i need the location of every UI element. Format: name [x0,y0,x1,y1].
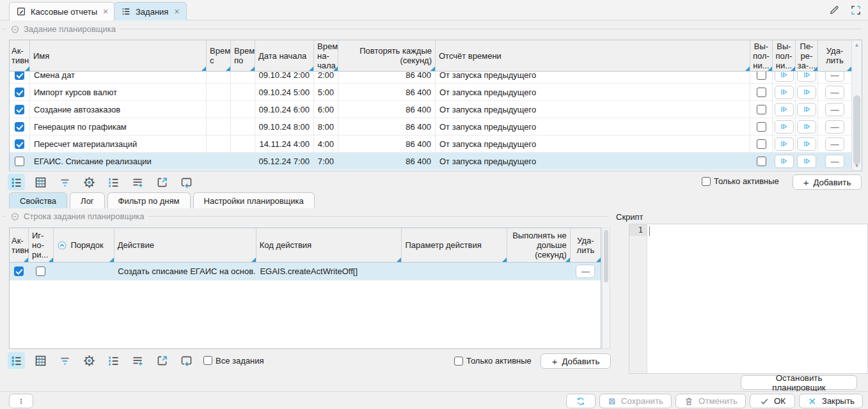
filter-button[interactable] [56,174,74,190]
add-task-line-button[interactable]: + Добавить [541,353,611,369]
tab-log[interactable]: Лог [70,192,105,208]
numbered-list-button[interactable] [105,352,122,369]
run-button[interactable] [775,86,794,99]
tab-scheduler-settings[interactable]: Настройки планировщика [193,192,315,208]
active-checkbox[interactable] [15,157,24,166]
only-active-toggle[interactable]: Только активные [454,356,532,366]
menu-button[interactable] [9,394,33,408]
done-checkbox[interactable] [757,122,766,132]
stop-scheduler-button[interactable]: Остановить планировщик [741,375,857,390]
table-row[interactable]: Генерация по графикам 09.10.24 8:00 8:00… [10,118,851,135]
rerun-button[interactable] [797,72,816,82]
active-checkbox[interactable] [15,88,24,97]
list-view-button[interactable] [8,352,25,369]
code-area[interactable] [647,224,867,373]
rerun-button[interactable] [797,86,816,99]
delete-row-button[interactable]: — [576,265,595,278]
close-tab-icon[interactable]: × [103,6,108,17]
done-checkbox[interactable] [757,105,766,114]
filter-button[interactable] [56,352,74,369]
grid-view-button[interactable] [32,352,49,369]
scroll-down-icon[interactable]: ▼ [852,163,862,169]
rerun-button[interactable] [797,103,816,116]
numbered-list-button[interactable] [105,174,122,190]
collapse-icon[interactable] [10,212,20,221]
col-active[interactable]: Ак- тивн [10,228,29,262]
list-view-button[interactable] [8,174,25,190]
tab-cash-reports[interactable]: Кассовые отчеты × [9,2,115,20]
only-active-toggle[interactable]: Только активные [702,176,779,186]
col-delete[interactable]: Уда- лить [571,228,601,262]
refresh-button[interactable] [566,394,596,408]
active-checkbox[interactable] [14,266,24,276]
col-origin[interactable]: Отсчёт времени [436,40,750,71]
only-active-checkbox[interactable] [702,177,711,186]
scrollbar-thumb[interactable] [853,95,860,164]
run-button[interactable] [775,137,794,151]
table-row[interactable]: Импорт курсов валют 09.10.24 5:00 5:00 8… [10,84,851,101]
delete-row-button[interactable]: — [825,137,844,151]
close-tab-icon[interactable]: × [174,6,179,17]
save-button[interactable]: Сохранить [599,394,672,408]
ignore-checkbox[interactable] [36,266,45,276]
add-lines-button[interactable] [129,352,146,369]
done-checkbox[interactable] [757,139,766,149]
table-row-selected[interactable]: ЕГАИС. Списание реализации 05.12.24 7:00… [10,153,851,170]
col-action-param[interactable]: Параметр действия [402,228,507,262]
done-checkbox[interactable] [757,157,766,166]
all-tasks-toggle[interactable]: Все задания [203,356,264,366]
tab-properties[interactable]: Свойства [9,192,67,208]
delete-row-button[interactable]: — [825,86,844,99]
reload-button[interactable] [178,352,195,369]
run-button[interactable] [775,72,794,82]
table-row[interactable]: Создание автозаказов 09.10.24 6:00 6:00 … [10,101,851,118]
fullscreen-icon[interactable] [850,4,862,16]
delete-row-button[interactable]: — [825,103,844,116]
run-button[interactable] [775,155,794,168]
only-active-checkbox[interactable] [454,357,463,366]
delete-row-button[interactable]: — [825,155,844,168]
export-button[interactable] [154,352,171,369]
col-start-date[interactable]: Дата начала [255,40,314,71]
col-time-to[interactable]: Врем по [231,40,255,71]
settings-gear-button[interactable] [81,174,98,190]
run-button[interactable] [775,120,794,134]
edit-pencil-icon[interactable] [828,4,840,16]
export-button[interactable] [154,174,171,190]
all-tasks-checkbox[interactable] [203,356,212,365]
done-checkbox[interactable] [757,88,766,97]
task-line-row-selected[interactable]: Создать списание ЕГАИС на основ... EGAIS… [10,263,601,281]
col-run[interactable]: Вы- пол- ни... [773,40,796,71]
col-order[interactable]: Порядок [54,228,114,262]
script-editor[interactable]: 1 [629,224,868,374]
col-action[interactable]: Действие [114,228,256,262]
vertical-scrollbar[interactable]: ▲ ▼ [851,40,862,171]
col-rerun[interactable]: Пе- ре- за-... [796,40,818,71]
active-checkbox[interactable] [15,122,24,132]
active-checkbox[interactable] [15,139,24,149]
col-delete[interactable]: Уда- лить [818,40,851,71]
collapse-icon[interactable] [10,25,20,34]
close-button[interactable]: Закрыть [799,394,863,408]
col-name[interactable]: Имя [30,40,207,71]
table-row[interactable]: Пересчет материализаций 14.11.24 4:00 4:… [10,135,851,153]
col-repeat[interactable]: Повторять каждые (секунд) [338,40,436,71]
task-line-scrollbar[interactable] [602,228,610,349]
col-max-duration[interactable]: Выполнять не дольше (секунд) [507,228,570,262]
rerun-button[interactable] [797,155,816,168]
col-action-code[interactable]: Код действия [256,228,402,262]
col-done[interactable]: Вы- пол- ни... [750,40,773,71]
add-task-button[interactable]: + Добавить [793,174,862,190]
settings-gear-button[interactable] [81,352,98,369]
active-checkbox[interactable] [15,72,24,80]
table-row[interactable]: Смена дат 09.10.24 2:00 2:00 86 400 От з… [10,72,851,84]
add-lines-button[interactable] [129,174,146,190]
tab-tasks[interactable]: Задания × [114,2,187,20]
col-active[interactable]: Ак- тивн [10,40,30,71]
delete-row-button[interactable]: — [825,120,844,134]
rerun-button[interactable] [797,120,816,134]
ok-button[interactable]: ОК [750,394,795,408]
grid-view-button[interactable] [32,174,49,190]
scrollbar-thumb[interactable] [604,230,608,282]
col-time-from[interactable]: Врем с [207,40,231,71]
